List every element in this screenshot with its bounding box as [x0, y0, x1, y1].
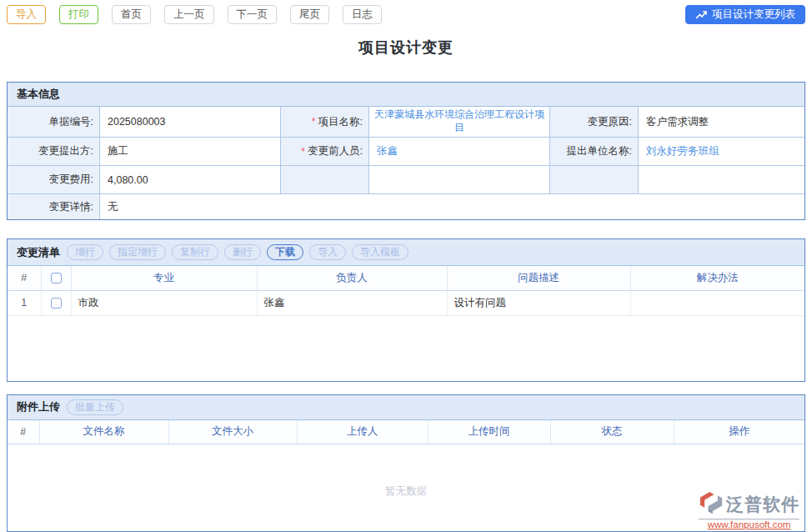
- empty-label-cell: [549, 165, 638, 193]
- attachments-title: 附件上传: [17, 399, 60, 414]
- detail-value: 无: [99, 193, 804, 219]
- row-select: [41, 290, 71, 315]
- empty-value-cell: [638, 165, 804, 193]
- row-checkbox[interactable]: [51, 298, 62, 309]
- col-issue: 问题描述: [447, 266, 630, 290]
- col-file-name: 文件名称: [39, 420, 168, 444]
- row-index: 1: [8, 290, 41, 315]
- change-reason-value: 客户需求调整: [638, 107, 804, 137]
- col-index: #: [8, 266, 41, 290]
- delete-row-button[interactable]: 删行: [224, 244, 261, 260]
- doc-no-value: 2025080003: [99, 107, 280, 137]
- doc-no-label: 单据编号:: [8, 107, 99, 137]
- toolbar: 导入 打印 首页 上一页 下一页 尾页 日志 项目设计变更列表: [0, 0, 812, 25]
- page-title: 项目设计变更: [0, 38, 812, 58]
- next-page-button[interactable]: 下一页: [228, 5, 278, 24]
- col-person: 负责人: [257, 266, 447, 290]
- table-row: 1 市政 张鑫 设计有问题: [8, 290, 804, 315]
- cost-label: 变更费用:: [8, 165, 99, 193]
- log-button[interactable]: 日志: [343, 5, 382, 24]
- copy-row-button[interactable]: 复制行: [172, 244, 218, 260]
- change-list-title: 变更清单: [17, 245, 60, 260]
- cell-major: 市政: [71, 290, 257, 315]
- cell-issue: 设计有问题: [447, 290, 630, 315]
- attachments-table: # 文件名称 文件大小 上传人 上传时间 状态 操作: [8, 420, 804, 445]
- change-list-actions: 增行 指定增行 复制行 删行 下载 导入 导入模板: [67, 244, 409, 260]
- unit-link[interactable]: 刘永好劳务班组: [646, 144, 719, 158]
- download-button[interactable]: 下载: [267, 244, 303, 260]
- print-button[interactable]: 打印: [59, 5, 98, 24]
- col-index: #: [8, 420, 39, 444]
- change-list-empty-area: [8, 316, 804, 381]
- col-status: 状态: [550, 420, 674, 444]
- trending-up-icon: [695, 9, 707, 20]
- col-major: 专业: [71, 266, 257, 290]
- attachments-panel: 附件上传 批量上传 # 文件名称 文件大小 上传人 上传时间 状态 操作 暂无数…: [7, 394, 805, 532]
- add-row-button[interactable]: 增行: [67, 244, 103, 260]
- change-list-header-row: # 专业 负责人 问题描述 解决办法: [8, 266, 804, 290]
- change-list-panel: 变更清单 增行 指定增行 复制行 删行 下载 导入 导入模板 # 专业 负责人 …: [7, 238, 805, 382]
- design-change-list-label: 项目设计变更列表: [712, 8, 795, 22]
- cell-solution: [630, 290, 804, 315]
- col-upload-time: 上传时间: [428, 420, 550, 444]
- project-name-value: 天津蒙城县水环境综合治理工程设计项目: [368, 107, 549, 137]
- brand-watermark: 泛普软件 www.fanpusoft.com: [699, 491, 799, 530]
- last-page-button[interactable]: 尾页: [290, 5, 329, 24]
- brand-website: www.fanpusoft.com: [699, 519, 799, 530]
- batch-upload-button[interactable]: 批量上传: [67, 399, 123, 415]
- change-reason-label: 变更原因:: [549, 107, 638, 137]
- proposer-side-value: 施工: [99, 137, 280, 165]
- cell-person: 张鑫: [257, 290, 447, 315]
- project-name-label: *项目名称:: [280, 107, 368, 137]
- pre-person-value: 张鑫: [368, 137, 549, 165]
- attachments-empty-area: 暂无数据 泛普软件 www.fanpusoft.com: [8, 444, 804, 531]
- import-template-button[interactable]: 导入模板: [352, 244, 409, 260]
- detail-label: 变更详情:: [8, 193, 99, 219]
- empty-value-cell: [368, 165, 549, 193]
- fanpu-logo-icon: [699, 491, 724, 517]
- pre-person-label: *变更前人员:: [280, 137, 368, 165]
- import-rows-button[interactable]: 导入: [309, 244, 346, 260]
- change-list-header: 变更清单 增行 指定增行 复制行 删行 下载 导入 导入模板: [8, 239, 804, 266]
- first-page-button[interactable]: 首页: [112, 5, 151, 24]
- basic-info-header: 基本信息: [8, 83, 804, 107]
- col-actions: 操作: [674, 420, 804, 444]
- unit-value: 刘永好劳务班组: [638, 137, 804, 165]
- unit-label: 提出单位名称:: [549, 137, 638, 165]
- change-list-table: # 专业 负责人 问题描述 解决办法 1 市政 张鑫 设计有问题: [8, 266, 804, 316]
- required-marker: *: [312, 116, 316, 128]
- basic-info-title: 基本信息: [17, 87, 60, 102]
- select-all-checkbox[interactable]: [51, 273, 62, 284]
- basic-info-panel: 基本信息 单据编号: 2025080003 *项目名称: 天津蒙城县水环境综合治…: [7, 82, 805, 220]
- col-solution: 解决办法: [630, 266, 804, 290]
- empty-state-text: 暂无数据: [8, 484, 804, 499]
- col-file-size: 文件大小: [168, 420, 297, 444]
- pre-person-link[interactable]: 张鑫: [377, 144, 398, 158]
- insert-row-button[interactable]: 指定增行: [109, 244, 166, 260]
- design-change-list-button[interactable]: 项目设计变更列表: [685, 5, 805, 24]
- attachments-header-row: # 文件名称 文件大小 上传人 上传时间 状态 操作: [8, 420, 804, 444]
- cost-value: 4,080.00: [99, 165, 280, 193]
- attachments-header: 附件上传 批量上传: [8, 395, 804, 420]
- basic-info-grid: 单据编号: 2025080003 *项目名称: 天津蒙城县水环境综合治理工程设计…: [8, 107, 804, 219]
- required-marker: *: [301, 146, 305, 158]
- proposer-side-label: 变更提出方:: [8, 137, 99, 165]
- empty-label-cell: [280, 165, 368, 193]
- project-name-link[interactable]: 天津蒙城县水环境综合治理工程设计项目: [374, 108, 544, 134]
- col-select-all: [41, 266, 71, 290]
- prev-page-button[interactable]: 上一页: [164, 5, 214, 24]
- brand-name: 泛普软件: [726, 495, 799, 513]
- col-uploader: 上传人: [297, 420, 428, 444]
- import-button[interactable]: 导入: [7, 5, 46, 24]
